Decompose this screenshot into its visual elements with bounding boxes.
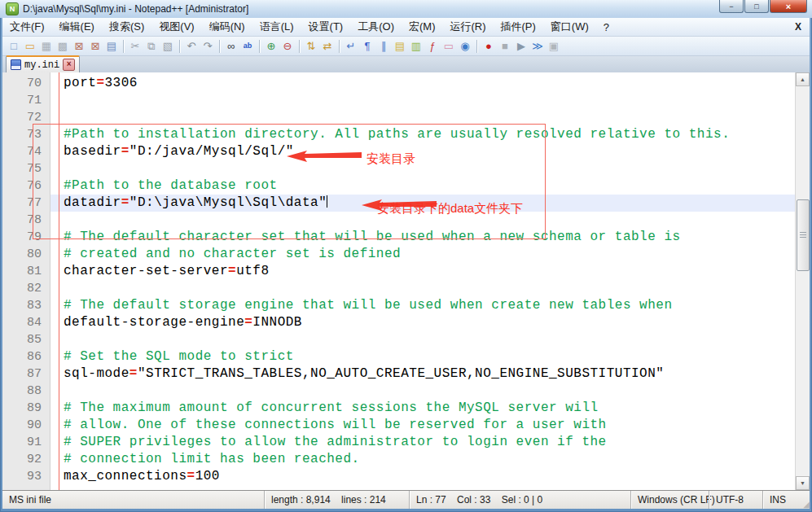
code-line-91[interactable]: 91# SUPER privileges to allow the admini…: [2, 434, 796, 451]
paste-icon[interactable]: ▧: [160, 38, 176, 55]
code-line-89[interactable]: 89# The maximum amount of concurrent ses…: [2, 400, 796, 417]
code-line-74[interactable]: 74basedir="D:/java/Mysql/Sql/": [2, 143, 796, 160]
maximize-button[interactable]: □: [744, 0, 769, 13]
menu-item-view[interactable]: 视图(V): [151, 18, 201, 36]
menu-item-window[interactable]: 窗口(W): [543, 18, 596, 36]
status-bar: MS ini filelength : 8,914 lines : 214Ln …: [2, 490, 810, 509]
macro-record-icon[interactable]: ●: [481, 38, 497, 55]
code-text: character-set-server=utf8: [50, 263, 796, 280]
code-line-70[interactable]: 70port=3306: [2, 75, 796, 92]
vertical-scrollbar[interactable]: ▲ ▼: [795, 72, 810, 490]
code-line-85[interactable]: 85: [2, 331, 796, 348]
close-button[interactable]: ×: [770, 0, 807, 13]
folder-as-workspace-icon[interactable]: ▭: [441, 38, 457, 55]
copy-icon[interactable]: ⧉: [143, 38, 160, 55]
menu-item-plugins[interactable]: 插件(P): [494, 18, 543, 36]
word-wrap-icon[interactable]: ↵: [343, 38, 359, 55]
redo-icon[interactable]: ↷: [200, 38, 216, 55]
status-encoding: UTF-8: [709, 491, 762, 509]
menu-item-language[interactable]: 语言(L): [252, 18, 301, 36]
menu-item-edit[interactable]: 编辑(E): [52, 18, 102, 36]
code-line-92[interactable]: 92# connection limit has been reached.: [2, 451, 796, 468]
code-line-76[interactable]: 76#Path to the database root: [2, 177, 796, 195]
save-icon[interactable]: ▦: [38, 38, 55, 55]
save-all-icon[interactable]: ▩: [55, 38, 71, 55]
code-line-80[interactable]: 80# created and no character set is defi…: [2, 246, 796, 263]
zoom-in-icon[interactable]: ⊕: [263, 38, 279, 55]
toolbar: □▭▦▩⊠⊠▤✂⧉▧↶↷∞ab⊕⊖⇅⇄↵¶∥▤▥ƒ▭◉●■▶≫▣: [2, 37, 810, 56]
print-icon[interactable]: ▤: [103, 38, 120, 55]
menu-item-search[interactable]: 搜索(S): [102, 18, 151, 36]
menu-item-settings[interactable]: 设置(T): [301, 18, 351, 36]
macro-run-multiple-icon[interactable]: ≫: [529, 38, 546, 55]
sync-horizontal-scroll-icon[interactable]: ⇄: [319, 38, 336, 55]
menu-item-help[interactable]: ?: [596, 18, 617, 36]
monitoring-eye-icon[interactable]: ◉: [457, 38, 473, 55]
scroll-down-icon[interactable]: ▼: [796, 476, 810, 490]
code-line-84[interactable]: 84default-storage-engine=INNODB: [2, 314, 796, 331]
title-bar: N D:\java\Mysql\Sql\my.ini - Notepad++ […: [0, 0, 812, 18]
code-text: max_connections=100: [50, 468, 796, 485]
code-line-87[interactable]: 87sql-mode="STRICT_TRANS_TABLES,NO_AUTO_…: [2, 365, 796, 383]
line-number: 72: [2, 109, 50, 126]
function-list-icon[interactable]: ƒ: [424, 38, 441, 55]
minimize-button[interactable]: −: [719, 0, 744, 13]
line-number: 71: [2, 92, 50, 109]
code-text: sql-mode="STRICT_TRANS_TABLES,NO_AUTO_CR…: [50, 365, 796, 383]
doc-switcher-icon[interactable]: ▤: [392, 38, 408, 55]
code-line-77[interactable]: 77datadir="D:\java\Mysql\Sql\data": [2, 195, 796, 212]
tab-my-ini[interactable]: my.ini ×: [6, 55, 80, 72]
macro-stop-icon[interactable]: ■: [497, 38, 513, 55]
code-line-86[interactable]: 86# Set the SQL mode to strict: [2, 348, 796, 365]
code-line-75[interactable]: 75: [2, 160, 796, 177]
code-text: # The maximum amount of concurrent sessi…: [50, 400, 796, 417]
document-map-icon[interactable]: ▥: [408, 38, 424, 55]
open-folder-icon[interactable]: ▭: [22, 38, 38, 55]
code-text: # created and no character set is define…: [50, 246, 796, 263]
sync-vertical-scroll-icon[interactable]: ⇅: [303, 38, 319, 55]
editor-area[interactable]: 70port=3306717273#Path to installation d…: [2, 72, 810, 490]
macro-save-icon[interactable]: ▣: [546, 38, 562, 55]
line-number: 79: [2, 229, 50, 246]
code-line-83[interactable]: 83# The default storage engine that will…: [2, 297, 796, 314]
show-all-characters-icon[interactable]: ¶: [359, 38, 375, 55]
menu-close-x[interactable]: X: [787, 21, 810, 33]
macro-play-icon[interactable]: ▶: [513, 38, 529, 55]
code-line-72[interactable]: 72: [2, 109, 796, 126]
close-document-icon[interactable]: ⊠: [71, 38, 87, 55]
code-view: 70port=3306717273#Path to installation d…: [2, 75, 796, 485]
resize-grip[interactable]: ◢: [798, 491, 810, 509]
scroll-up-icon[interactable]: ▲: [796, 72, 810, 86]
code-line-82[interactable]: 82: [2, 280, 796, 297]
code-line-73[interactable]: 73#Path to installation directory. All p…: [2, 126, 796, 143]
code-line-79[interactable]: 79# The default character set that will …: [2, 229, 796, 246]
new-file-icon[interactable]: □: [6, 38, 22, 55]
menu-item-run[interactable]: 运行(R): [442, 18, 493, 36]
line-number: 90: [2, 417, 50, 434]
undo-icon[interactable]: ↶: [183, 38, 200, 55]
menu-item-tools[interactable]: 工具(O): [350, 18, 402, 36]
find-icon[interactable]: ∞: [223, 38, 239, 55]
code-line-71[interactable]: 71: [2, 92, 796, 109]
menu-item-macro[interactable]: 宏(M): [402, 18, 443, 36]
menu-item-encoding[interactable]: 编码(N): [202, 18, 252, 36]
tab-close-icon[interactable]: ×: [63, 59, 75, 71]
code-line-88[interactable]: 88: [2, 383, 796, 400]
code-line-78[interactable]: 78: [2, 212, 796, 229]
cut-icon[interactable]: ✂: [127, 38, 143, 55]
code-text: # The default storage engine that will b…: [50, 297, 796, 314]
code-line-90[interactable]: 90# allow. One of these connections will…: [2, 417, 796, 434]
scrollbar-thumb[interactable]: [797, 199, 810, 271]
zoom-out-icon[interactable]: ⊖: [279, 38, 296, 55]
close-all-documents-icon[interactable]: ⊠: [87, 38, 103, 55]
indent-guide-icon[interactable]: ∥: [375, 38, 392, 55]
menu-item-file[interactable]: 文件(F): [2, 18, 52, 36]
code-line-81[interactable]: 81character-set-server=utf8: [2, 263, 796, 280]
status-length-lines: length : 8,914 lines : 214: [264, 491, 409, 509]
file-saved-icon: [11, 59, 21, 70]
code-line-93[interactable]: 93max_connections=100: [2, 468, 796, 485]
status-doc-type: MS ini file: [2, 491, 264, 509]
code-text: [50, 109, 796, 126]
text-caret: [327, 195, 327, 208]
replace-icon[interactable]: ab: [239, 38, 256, 55]
